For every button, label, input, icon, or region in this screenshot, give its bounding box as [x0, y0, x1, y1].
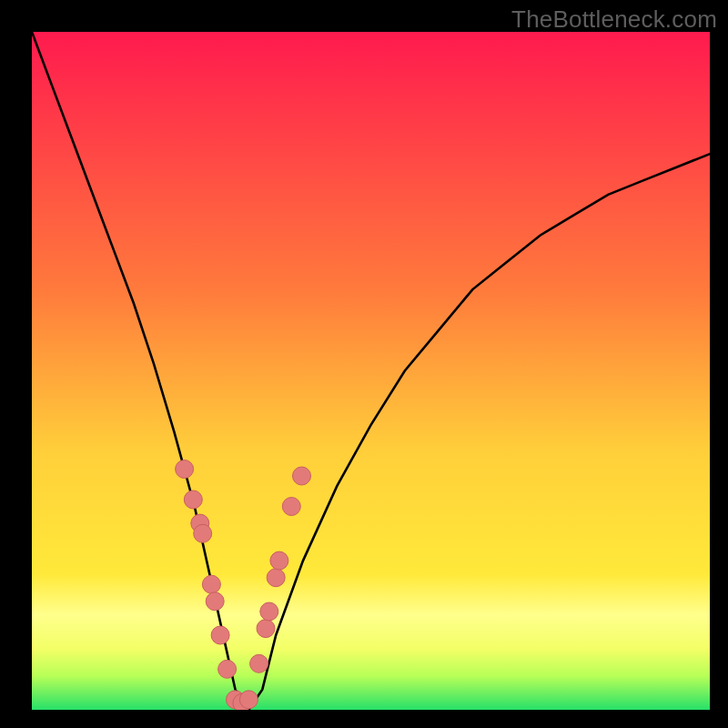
watermark-text: TheBottleneck.com — [511, 5, 717, 34]
data-point — [270, 551, 288, 570]
data-point — [257, 620, 275, 638]
data-point — [176, 460, 194, 479]
data-point — [194, 524, 212, 542]
data-point — [202, 575, 220, 593]
data-point — [260, 602, 278, 621]
chart-frame: TheBottleneck.com — [0, 0, 728, 728]
bottleneck-chart — [32, 32, 710, 710]
data-point — [282, 498, 300, 516]
data-point — [206, 592, 224, 611]
plot-area — [32, 32, 710, 710]
data-point — [184, 490, 202, 509]
data-point — [267, 569, 285, 587]
data-point — [218, 660, 237, 678]
data-point — [211, 626, 229, 644]
gradient-background — [32, 32, 710, 710]
data-point — [250, 654, 268, 672]
data-point — [293, 467, 311, 485]
data-point — [239, 691, 258, 709]
